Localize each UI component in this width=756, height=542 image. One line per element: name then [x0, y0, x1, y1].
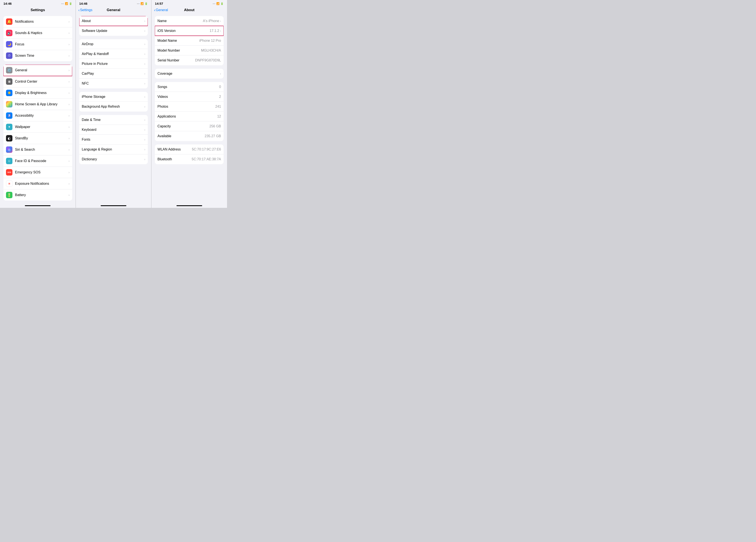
- date-time-chevron: ›: [144, 118, 145, 122]
- about-row-ios-version[interactable]: iOS Version 17.1.2 ›: [155, 26, 224, 36]
- settings-row-sounds[interactable]: 🔊 Sounds & Haptics ›: [3, 27, 72, 39]
- date-time-label: Date & Time: [82, 118, 144, 122]
- signal-icon-a: ····: [213, 2, 215, 5]
- settings-row-control-center[interactable]: ⊞ Control Center ›: [3, 76, 72, 87]
- about-back-button[interactable]: ‹ General: [154, 8, 168, 12]
- settings-row-emergency-sos[interactable]: SOS Emergency SOS ›: [3, 167, 72, 178]
- screen-time-icon: ⏱: [6, 52, 12, 59]
- about-row-name[interactable]: Name A's iPhone ›: [155, 16, 224, 26]
- siri-icon: ◎: [6, 147, 12, 153]
- settings-row-focus[interactable]: 🌙 Focus ›: [3, 39, 72, 50]
- coverage-chevron: ›: [220, 72, 221, 75]
- exposure-chevron: ›: [69, 182, 70, 185]
- general-row-date-time[interactable]: Date & Time ›: [79, 115, 148, 125]
- available-value: 235.27 GB: [205, 134, 221, 138]
- settings-row-accessibility[interactable]: ♿ Accessibility ›: [3, 110, 72, 121]
- settings-row-general[interactable]: ⚙️ General ›: [3, 65, 72, 76]
- iphone-storage-label: iPhone Storage: [82, 95, 144, 99]
- model-name-value: iPhone 12 Pro: [199, 39, 221, 43]
- about-section-1: Name A's iPhone › iOS Version 17.1.2 › M…: [155, 16, 224, 65]
- about-nav-bar: ‹ General About: [151, 6, 227, 14]
- coverage-label: Coverage: [157, 72, 172, 76]
- dictionary-chevron: ›: [144, 158, 145, 161]
- model-number-value: MGLH3CH/A: [201, 49, 221, 52]
- settings-row-display[interactable]: ☀️ Display & Brightness ›: [3, 87, 72, 99]
- settings-row-wallpaper[interactable]: ✦ Wallpaper ›: [3, 121, 72, 133]
- home-screen-chevron: ›: [69, 103, 70, 106]
- status-bar-about: 14:57 ···· 📶 🔋: [151, 0, 227, 6]
- nfc-chevron: ›: [144, 82, 145, 85]
- about-row-videos: Videos 2: [155, 92, 224, 102]
- general-row-airdrop[interactable]: AirDrop ›: [79, 39, 148, 49]
- general-title: General: [107, 8, 120, 12]
- videos-label: Videos: [157, 95, 168, 99]
- photos-label: Photos: [157, 105, 168, 109]
- pip-label: Picture in Picture: [82, 62, 144, 66]
- wifi-icon-a: 📶: [216, 2, 220, 5]
- general-back-button[interactable]: ‹ Settings: [78, 8, 93, 12]
- about-title: About: [184, 8, 194, 12]
- language-label: Language & Region: [82, 148, 144, 151]
- language-chevron: ›: [144, 148, 145, 151]
- coverage-value-wrap: ›: [220, 72, 221, 75]
- general-row-pip[interactable]: Picture in Picture ›: [79, 59, 148, 69]
- general-icon: ⚙️: [6, 67, 12, 73]
- settings-row-home-screen[interactable]: ⋮⋮ Home Screen & App Library ›: [3, 99, 72, 110]
- applications-label: Applications: [157, 115, 176, 118]
- status-bar-general: 14:46 ···· 📶 🔋: [76, 0, 151, 6]
- fonts-label: Fonts: [82, 138, 144, 142]
- settings-row-exposure[interactable]: ☀ Exposure Notifications ›: [3, 178, 72, 190]
- ios-version-label: iOS Version: [157, 29, 175, 33]
- settings-row-siri[interactable]: ◎ Siri & Search ›: [3, 144, 72, 156]
- wifi-icon: 📶: [65, 2, 68, 5]
- available-label: Available: [157, 134, 171, 138]
- about-row-coverage[interactable]: Coverage ›: [155, 69, 224, 79]
- signal-icon: ····: [61, 2, 64, 5]
- battery-icon-a: 🔋: [220, 2, 224, 5]
- settings-section-2: ⚙️ General › ⊞ Control Center › ☀️ Displ…: [3, 65, 72, 201]
- name-value-wrap: A's iPhone ›: [203, 19, 221, 23]
- focus-label: Focus: [15, 42, 69, 46]
- about-section-4: WLAN Address 5C:70:17:9C:27:E6 Bluetooth…: [155, 145, 224, 164]
- name-label: Name: [157, 19, 167, 23]
- settings-row-standby[interactable]: ◐ StandBy ›: [3, 133, 72, 144]
- battery-icon-row: 🔋: [6, 192, 12, 198]
- general-row-nfc[interactable]: NFC ›: [79, 79, 148, 88]
- about-row-model-number: Model Number MGLH3CH/A: [155, 46, 224, 55]
- wallpaper-label: Wallpaper: [15, 125, 69, 129]
- general-list: About › Software Update › AirDrop › AirP…: [76, 14, 151, 204]
- general-row-fonts[interactable]: Fonts ›: [79, 135, 148, 145]
- general-row-about[interactable]: About ›: [79, 16, 148, 26]
- general-row-language[interactable]: Language & Region ›: [79, 145, 148, 154]
- back-chevron-about: ‹: [154, 8, 155, 12]
- settings-row-battery[interactable]: 🔋 Battery ›: [3, 190, 72, 201]
- face-id-icon: ☺: [6, 158, 12, 164]
- control-center-label: Control Center: [15, 80, 69, 84]
- general-row-iphone-storage[interactable]: iPhone Storage ›: [79, 92, 148, 102]
- battery-icon: 🔋: [69, 2, 72, 5]
- software-update-label: Software Update: [82, 29, 144, 33]
- keyboard-chevron: ›: [144, 128, 145, 132]
- standby-icon: ◐: [6, 135, 12, 142]
- general-row-software-update[interactable]: Software Update ›: [79, 26, 148, 36]
- control-center-chevron: ›: [69, 80, 70, 83]
- general-row-dictionary[interactable]: Dictionary ›: [79, 154, 148, 164]
- model-name-label: Model Name: [157, 39, 177, 43]
- exposure-icon: ☀: [6, 181, 12, 187]
- bluetooth-value: 5C:70:17:AE:38:7A: [192, 157, 221, 161]
- general-row-keyboard[interactable]: Keyboard ›: [79, 125, 148, 135]
- general-row-airplay[interactable]: AirPlay & Handoff ›: [79, 49, 148, 59]
- accessibility-chevron: ›: [69, 114, 70, 117]
- name-chevron: ›: [220, 19, 221, 23]
- wallpaper-chevron: ›: [69, 125, 70, 129]
- status-bar-settings: 14:46 ···· 📶 🔋: [0, 0, 76, 6]
- back-chevron-general: ‹: [78, 8, 80, 12]
- general-row-carplay[interactable]: CarPlay ›: [79, 69, 148, 79]
- settings-row-face-id[interactable]: ☺ Face ID & Passcode ›: [3, 156, 72, 167]
- standby-chevron: ›: [69, 137, 70, 140]
- airdrop-chevron: ›: [144, 42, 145, 46]
- settings-row-notifications[interactable]: 🔔 Notifications ›: [3, 16, 72, 27]
- settings-row-screen-time[interactable]: ⏱ Screen Time ›: [3, 50, 72, 61]
- notifications-chevron: ›: [69, 20, 70, 23]
- general-row-background-refresh[interactable]: Background App Refresh ›: [79, 102, 148, 112]
